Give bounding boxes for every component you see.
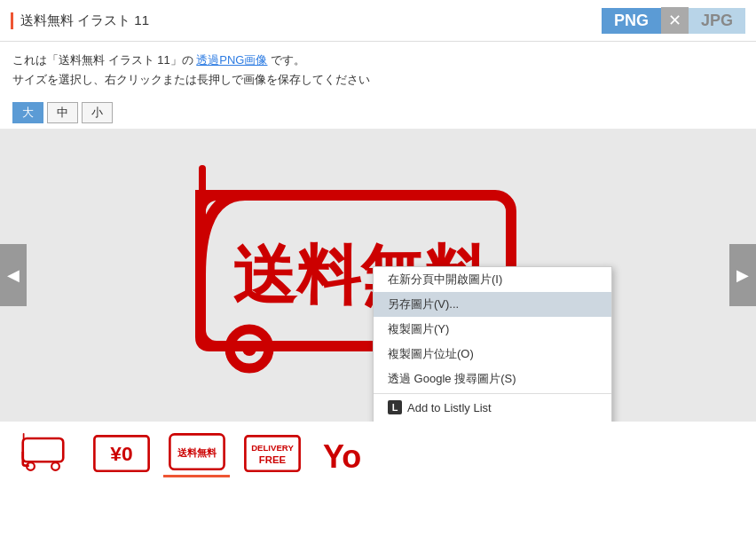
svg-rect-15 (245, 436, 299, 470)
ctx-save-image[interactable]: 另存圖片(V)... (374, 292, 611, 317)
thumb-4[interactable]: DELIVERY FREE (239, 429, 305, 477)
context-menu: 在新分頁中開啟圖片(I) 另存圖片(V)... 複製圖片(Y) 複製圖片位址(O… (373, 266, 612, 422)
size-selector: 大 中 小 (0, 97, 756, 129)
ctx-open-tab-label: 在新分頁中開啟圖片(I) (388, 272, 502, 288)
ctx-copy-url-label: 複製圖片位址(O) (388, 346, 474, 362)
thumb-3[interactable]: 送料無料 (163, 429, 230, 477)
thumb-4-svg: DELIVERY FREE (241, 432, 303, 475)
ctx-copy-url[interactable]: 複製圖片位址(O) (374, 342, 611, 367)
page-header: 送料無料 イラスト 11 PNG ✕ JPG (0, 0, 756, 42)
jpg-badge[interactable]: JPG (689, 8, 745, 34)
size-medium[interactable]: 中 (47, 102, 78, 123)
next-arrow[interactable]: ▶ (729, 244, 756, 306)
thumbnail-strip: ¥0 送料無料 DELIVERY FREE Yo (0, 422, 756, 477)
thumb-3-svg: 送料無料 (166, 430, 228, 473)
ctx-open-tab[interactable]: 在新分頁中開啟圖片(I) (374, 267, 611, 292)
thumb-2[interactable]: ¥0 (88, 429, 154, 477)
svg-text:送料無料: 送料無料 (177, 447, 217, 458)
svg-text:FREE: FREE (258, 454, 286, 465)
yo-text: Yo (323, 438, 361, 476)
ctx-autofill[interactable]: ⚡ Autofill ▶ (374, 419, 611, 422)
format-separator: ✕ (661, 7, 689, 34)
svg-text:¥0: ¥0 (110, 442, 132, 465)
transparent-png-link[interactable]: 透過PNG画像 (196, 53, 267, 67)
ctx-copy-image-label: 複製圖片(Y) (388, 321, 449, 337)
thumb-1-svg (15, 432, 77, 475)
listly-icon: L (388, 400, 402, 414)
svg-text:DELIVERY: DELIVERY (251, 443, 294, 453)
png-badge[interactable]: PNG (602, 8, 661, 34)
svg-point-9 (51, 462, 59, 470)
info-line2: サイズを選択し、右クリックまたは長押しで画像を保存してください (12, 70, 744, 90)
ctx-copy-image[interactable]: 複製圖片(Y) (374, 317, 611, 342)
ctx-save-image-label: 另存圖片(V)... (388, 296, 459, 312)
ctx-google-search-label: 透過 Google 搜尋圖片(S) (388, 371, 516, 387)
svg-point-2 (242, 342, 256, 356)
ctx-separator-1 (374, 393, 611, 394)
info-line1: これは「送料無料 イラスト 11」の 透過PNG画像 です。 (12, 51, 744, 70)
page-title: 送料無料 イラスト 11 (11, 12, 602, 29)
svg-rect-7 (22, 438, 63, 461)
thumb-2-svg: ¥0 (91, 432, 153, 475)
ctx-listly[interactable]: L Add to Listly List (374, 396, 611, 419)
thumb-1[interactable] (12, 429, 79, 477)
size-small[interactable]: 小 (82, 102, 113, 123)
ctx-listly-label: Add to Listly List (407, 401, 492, 414)
prev-arrow[interactable]: ◀ (0, 244, 27, 306)
image-area: ◀ 送料無料 ▶ 在新分頁中開啟圖片(I) 另存圖 (0, 129, 756, 422)
ctx-google-search[interactable]: 透過 Google 搜尋圖片(S) (374, 367, 611, 391)
size-large[interactable]: 大 (12, 102, 43, 123)
info-box: これは「送料無料 イラスト 11」の 透過PNG画像 です。 サイズを選択し、右… (0, 42, 756, 97)
